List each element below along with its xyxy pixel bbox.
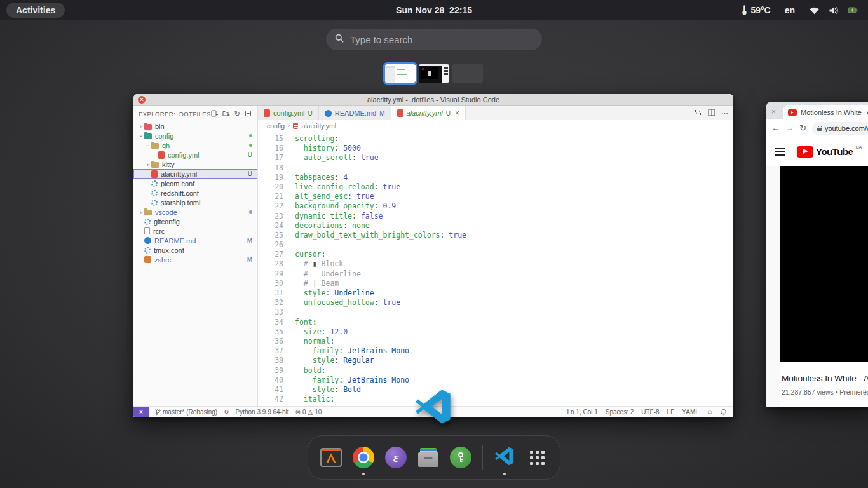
vscode-launch-icon bbox=[413, 386, 454, 427]
tree-item-rcrc[interactable]: rcrc bbox=[133, 226, 257, 236]
workspace-thumbnail-youtube[interactable] bbox=[419, 64, 449, 83]
breadcrumb[interactable]: config › alacritty.yml bbox=[258, 120, 733, 131]
dock-item-keepass[interactable] bbox=[449, 445, 473, 470]
tree-item-redshift.conf[interactable]: redshift.conf bbox=[133, 188, 257, 198]
chrome-window[interactable]: × Motionless In White - A ← → ↻ youtube.… bbox=[766, 102, 868, 407]
tree-item-gh[interactable]: ›gh bbox=[133, 140, 257, 150]
folder-icon bbox=[151, 143, 159, 149]
feedback-icon[interactable]: ☺ bbox=[707, 409, 713, 416]
gear-icon bbox=[144, 247, 151, 254]
tree-item-alacritty.yml[interactable]: alacritty.ymlU bbox=[133, 169, 257, 179]
folder-icon bbox=[144, 210, 152, 215]
collapse-all-icon[interactable] bbox=[245, 110, 252, 118]
new-folder-icon[interactable] bbox=[222, 110, 230, 118]
youtube-header: YouTube UA bbox=[766, 137, 868, 166]
tree-item-gitconfig[interactable]: gitconfig bbox=[133, 217, 257, 226]
git-status-badge: U bbox=[248, 151, 252, 158]
file-tree: ›bin›config›ghconfig.ymlU›kittyalacritty… bbox=[133, 121, 257, 264]
workspace-thumbnail-vscode[interactable] bbox=[385, 64, 416, 83]
indentation-status[interactable]: Spaces: 2 bbox=[606, 409, 634, 416]
breadcrumb-file[interactable]: alacritty.yml bbox=[301, 122, 336, 130]
dock-item-emacs[interactable]: ε bbox=[384, 445, 408, 470]
system-status-area[interactable]: 59°C en bbox=[742, 5, 858, 15]
open-changes-icon[interactable] bbox=[694, 109, 702, 118]
breadcrumb-folder[interactable]: config bbox=[267, 122, 285, 130]
line-number: 34 bbox=[258, 318, 283, 327]
close-icon[interactable]: ✕ bbox=[138, 96, 146, 104]
remote-indicator[interactable]: × bbox=[133, 407, 149, 417]
folder-icon bbox=[151, 162, 159, 168]
clock[interactable]: Sun Nov 28 22:15 bbox=[396, 5, 472, 15]
editor-content[interactable]: 15scrolling:16 history: 500017 auto_scro… bbox=[258, 131, 733, 406]
search-input[interactable]: Type to search bbox=[326, 29, 542, 50]
dock-item-vscode[interactable] bbox=[492, 445, 517, 470]
tree-item-zshrc[interactable]: zshrcM bbox=[133, 255, 257, 264]
activities-button[interactable]: Activities bbox=[6, 3, 65, 18]
error-icon: ⊗ bbox=[295, 409, 301, 416]
editor-tab-alacritty.yml[interactable]: alacritty.ymlU× bbox=[391, 106, 466, 120]
cursor-position[interactable]: Ln 1, Col 1 bbox=[567, 409, 597, 416]
line-number: 15 bbox=[258, 134, 283, 144]
tree-item-kitty[interactable]: ›kitty bbox=[133, 159, 257, 169]
tab-close-icon[interactable]: × bbox=[455, 109, 459, 118]
vscode-titlebar[interactable]: ✕ alacritty.yml - .dotfiles - Visual Stu… bbox=[133, 94, 733, 106]
tree-item-config.yml[interactable]: config.ymlU bbox=[133, 150, 257, 159]
tree-item-picom.conf[interactable]: picom.conf bbox=[133, 179, 257, 188]
more-icon[interactable]: ⋯ bbox=[721, 109, 728, 118]
sync-button[interactable]: ↻ bbox=[224, 409, 229, 416]
chevron-down-icon: › bbox=[145, 142, 151, 149]
tree-item-bin[interactable]: ›bin bbox=[133, 121, 257, 131]
reload-button[interactable]: ↻ bbox=[799, 123, 806, 133]
encoding-status[interactable]: UTF-8 bbox=[641, 409, 659, 416]
video-meta: 21,287,857 views • Premiered Dec bbox=[782, 388, 868, 396]
code-line: 34font: bbox=[258, 318, 733, 327]
line-number: 25 bbox=[258, 231, 283, 240]
workspace-thumbnail-empty[interactable] bbox=[452, 64, 483, 83]
problems-status[interactable]: ⊗ 0 △ 10 bbox=[295, 409, 322, 416]
keepass-key-icon bbox=[450, 447, 471, 468]
tree-item-label: vscode bbox=[155, 208, 247, 216]
split-editor-icon[interactable] bbox=[708, 109, 715, 118]
tab-label: config.yml bbox=[273, 109, 305, 117]
back-button[interactable]: ← bbox=[771, 123, 780, 133]
dock-item-chrome[interactable] bbox=[351, 445, 376, 470]
refresh-icon[interactable]: ↻ bbox=[234, 110, 240, 118]
tree-item-vscode[interactable]: ›vscode bbox=[133, 207, 257, 217]
chrome-active-tab[interactable]: Motionless In White - A bbox=[783, 105, 868, 119]
tree-item-config[interactable]: ›config bbox=[133, 131, 257, 140]
background-tab-close-icon[interactable]: × bbox=[771, 107, 776, 116]
tab-label: alacritty.yml bbox=[407, 109, 443, 117]
address-bar[interactable]: youtube.com/wa bbox=[812, 122, 868, 135]
language-mode[interactable]: YAML bbox=[682, 409, 699, 416]
gear-icon bbox=[144, 219, 151, 225]
dock-item-app-grid[interactable] bbox=[525, 445, 549, 470]
dock-item-alacritty[interactable] bbox=[319, 445, 343, 470]
dock-item-files[interactable] bbox=[416, 445, 440, 470]
git-branch-status[interactable]: master* (Rebasing) bbox=[155, 408, 217, 416]
video-player[interactable] bbox=[780, 166, 868, 362]
notifications-bell-icon[interactable] bbox=[721, 409, 727, 416]
tree-item-tmux.conf[interactable]: tmux.conf bbox=[133, 245, 257, 255]
code-line: 42 italic: bbox=[258, 395, 733, 404]
yaml-file-icon bbox=[158, 151, 165, 159]
vscode-window[interactable]: ✕ alacritty.yml - .dotfiles - Visual Stu… bbox=[133, 94, 733, 417]
youtube-logo[interactable]: YouTube UA bbox=[797, 146, 862, 158]
tree-item-README.md[interactable]: README.mdM bbox=[133, 236, 257, 245]
tree-item-starship.toml[interactable]: starship.toml bbox=[133, 198, 257, 207]
editor-tab-config.yml[interactable]: config.ymlU bbox=[258, 106, 319, 120]
line-number: 23 bbox=[258, 212, 283, 221]
running-indicator-dot bbox=[503, 473, 506, 475]
explorer-header: EXPLORER: .DOTFILES bbox=[139, 111, 211, 118]
youtube-page: YouTube UA Motionless In White - Anot 21… bbox=[766, 137, 868, 407]
keyboard-layout-indicator[interactable]: en bbox=[785, 5, 795, 15]
new-file-icon[interactable] bbox=[211, 110, 218, 118]
eol-status[interactable]: LF bbox=[667, 409, 675, 416]
editor-tab-README.md[interactable]: README.mdM bbox=[319, 106, 391, 120]
tab-label: README.md bbox=[335, 109, 376, 117]
forward-button[interactable]: → bbox=[785, 123, 794, 133]
code-line: 37 family: JetBrains Mono bbox=[258, 346, 733, 356]
git-status-dot bbox=[249, 210, 252, 214]
python-interpreter-status[interactable]: Python 3.9.9 64-bit bbox=[236, 409, 289, 416]
hamburger-menu-icon[interactable] bbox=[775, 148, 785, 156]
temperature-label: 59°C bbox=[750, 5, 770, 15]
